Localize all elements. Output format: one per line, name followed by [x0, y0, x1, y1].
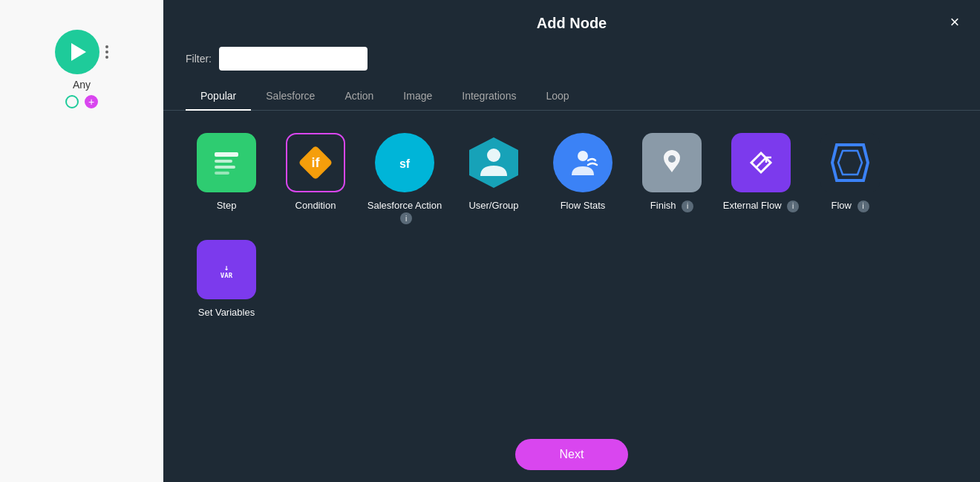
node-header [55, 30, 108, 74]
svg-line-11 [756, 163, 761, 168]
next-button[interactable]: Next [515, 439, 629, 470]
svg-text:VAR: VAR [220, 272, 233, 279]
svg-rect-3 [215, 172, 229, 175]
node-item-step[interactable]: Step [186, 133, 267, 225]
svg-rect-2 [215, 166, 235, 169]
tab-integrations[interactable]: Integrations [447, 82, 531, 111]
finish-icon [642, 133, 702, 192]
svg-marker-7 [469, 137, 518, 188]
svg-rect-0 [215, 152, 238, 157]
more-options-button[interactable] [105, 45, 108, 59]
modal-footer: Next [163, 427, 980, 482]
external-flow-label: External Flow i [723, 200, 799, 212]
node-add-circle[interactable]: + [85, 95, 98, 108]
tab-popular[interactable]: Popular [186, 82, 251, 111]
modal-header: Add Node × [163, 0, 980, 47]
salesforce-action-icon: sf [375, 133, 434, 192]
node-controls: + [65, 95, 98, 108]
modal-title: Add Node [537, 15, 607, 32]
filter-input[interactable] [219, 47, 368, 71]
sidebar: Any + [0, 0, 163, 482]
tab-salesforce[interactable]: Salesforce [251, 82, 330, 111]
svg-point-9 [578, 151, 588, 161]
info-badge: i [787, 201, 799, 212]
sidebar-node: Any + [55, 30, 108, 108]
node-item-external-flow[interactable]: External Flow i [720, 133, 802, 225]
filter-row: Filter: [163, 47, 980, 82]
add-node-modal: Add Node × Filter: Popular Salesforce Ac… [163, 0, 980, 482]
node-item-flow-stats[interactable]: Flow Stats [542, 133, 624, 225]
node-item-condition[interactable]: if Condition [275, 133, 356, 225]
node-item-set-variables[interactable]: ↓ VAR Set Variables [186, 240, 267, 319]
info-badge: i [858, 201, 869, 212]
node-label: Any [73, 79, 91, 91]
info-badge: i [400, 212, 412, 224]
finish-label: Finish i [650, 200, 693, 212]
node-item-salesforce-action[interactable]: sf Salesforce Action i [364, 133, 445, 225]
node-status-circle[interactable] [65, 95, 79, 108]
play-button[interactable] [55, 30, 99, 74]
svg-point-8 [487, 149, 500, 162]
svg-text:sf: sf [399, 157, 411, 170]
tab-image[interactable]: Image [388, 82, 447, 111]
tabs: Popular Salesforce Action Image Integrat… [163, 82, 980, 111]
step-label: Step [217, 200, 237, 212]
user-group-label: User/Group [468, 200, 518, 212]
condition-icon: if [286, 133, 345, 192]
node-item-finish[interactable]: Finish i [631, 133, 713, 225]
svg-point-10 [668, 155, 676, 163]
user-group-icon [464, 133, 523, 192]
filter-label: Filter: [186, 53, 212, 65]
play-icon [71, 43, 86, 61]
close-button[interactable]: × [944, 12, 965, 33]
set-variables-icon: ↓ VAR [197, 240, 256, 299]
flow-stats-icon [553, 133, 612, 192]
condition-label: Condition [295, 200, 336, 212]
step-icon [197, 133, 256, 192]
flow-stats-label: Flow Stats [561, 200, 606, 212]
node-item-flow[interactable]: Flow i [809, 133, 891, 225]
flow-label: Flow i [831, 200, 869, 212]
tab-loop[interactable]: Loop [531, 82, 584, 111]
node-grid: Step if Condition sf Salesforce Action i [163, 111, 980, 427]
set-variables-label: Set Variables [198, 307, 255, 319]
tab-action[interactable]: Action [330, 82, 388, 111]
svg-text:if: if [312, 155, 321, 170]
salesforce-action-label: Salesforce Action i [364, 200, 445, 225]
node-item-user-group[interactable]: User/Group [453, 133, 535, 225]
info-badge: i [682, 201, 693, 212]
svg-rect-1 [215, 160, 232, 163]
flow-icon [820, 133, 880, 192]
external-flow-icon [731, 133, 791, 192]
